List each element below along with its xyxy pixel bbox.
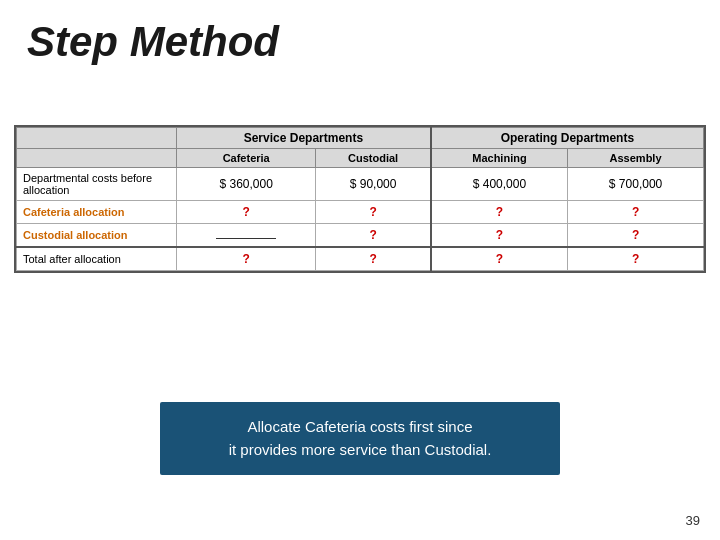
row-custodial-2: ? (316, 224, 431, 248)
row-cafeteria-2 (177, 224, 316, 248)
row-label-3: Total after allocation (17, 247, 177, 271)
row-label-0: Departmental costs before allocation (17, 168, 177, 201)
machining-header: Machining (431, 149, 568, 168)
page-number: 39 (686, 513, 700, 528)
row-cafeteria-0: $ 360,000 (177, 168, 316, 201)
row-custodial-3: ? (316, 247, 431, 271)
row-assembly-0: $ 700,000 (568, 168, 704, 201)
assembly-header: Assembly (568, 149, 704, 168)
callout-box: Allocate Cafeteria costs first sinceit p… (160, 402, 560, 475)
row-label-2: Custodial allocation (17, 224, 177, 248)
operating-departments-header: Operating Departments (431, 128, 704, 149)
row-label-1: Cafeteria allocation (17, 201, 177, 224)
service-departments-header: Service Departments (177, 128, 431, 149)
row-cafeteria-1: ? (177, 201, 316, 224)
row-assembly-2: ? (568, 224, 704, 248)
row-custodial-0: $ 90,000 (316, 168, 431, 201)
cost-allocation-table: Service Departments Operating Department… (14, 125, 706, 273)
row-machining-1: ? (431, 201, 568, 224)
table-row: Cafeteria allocation ? ? ? ? (17, 201, 704, 224)
header-empty-1 (17, 128, 177, 149)
row-custodial-1: ? (316, 201, 431, 224)
row-machining-3: ? (431, 247, 568, 271)
table-row: Departmental costs before allocation $ 3… (17, 168, 704, 201)
header-empty-2 (17, 149, 177, 168)
row-assembly-3: ? (568, 247, 704, 271)
cafeteria-header: Cafeteria (177, 149, 316, 168)
table-row: Custodial allocation ? ? ? (17, 224, 704, 248)
row-machining-2: ? (431, 224, 568, 248)
row-assembly-1: ? (568, 201, 704, 224)
row-machining-0: $ 400,000 (431, 168, 568, 201)
table-row: Total after allocation ? ? ? ? (17, 247, 704, 271)
row-cafeteria-3: ? (177, 247, 316, 271)
page-title: Step Method (27, 18, 279, 66)
custodial-header: Custodial (316, 149, 431, 168)
